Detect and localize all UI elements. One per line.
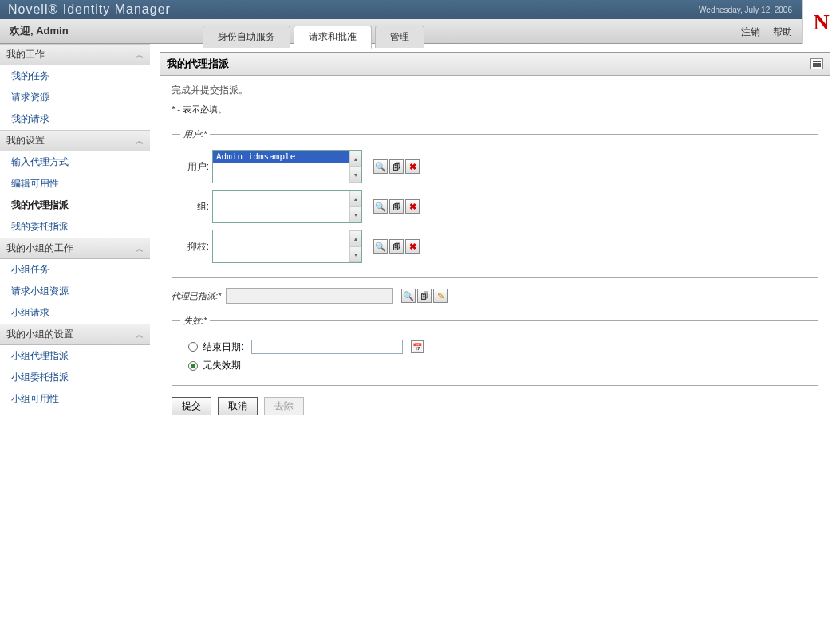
main-tabs: 身份自助服务 请求和批准 管理	[203, 25, 428, 48]
end-date-label: 结束日期:	[203, 340, 243, 354]
main-panel: 我的代理指派 完成并提交指派。 * - 表示必填。 用户:* 用户: Admin…	[160, 52, 830, 427]
sidebar-section-label: 我的小组的工作	[6, 242, 73, 255]
novell-logo: N	[802, 0, 840, 44]
panel-intro: 完成并提交指派。	[172, 84, 818, 97]
nav-request-resource[interactable]: 请求资源	[0, 87, 150, 108]
container-label: 抑枝:	[180, 240, 212, 254]
nav-request-team-resource[interactable]: 请求小组资源	[0, 281, 150, 302]
search-icon[interactable]: 🔍	[373, 159, 388, 174]
nav-my-tasks[interactable]: 我的任务	[0, 65, 150, 87]
sidebar-section-label: 我的工作	[6, 48, 45, 61]
no-expiry-radio[interactable]	[188, 361, 198, 371]
top-right-links: 注销 帮助	[741, 26, 792, 39]
app-title: Novell® Identity Manager	[8, 2, 171, 17]
sidebar-section-my-work[interactable]: 我的工作 ︽	[0, 44, 150, 65]
sidebar-section-label: 我的小组的设置	[6, 328, 73, 341]
scroll-up-icon[interactable]: ▴	[349, 151, 361, 167]
history-icon[interactable]: 🗐	[389, 159, 404, 174]
collapse-icon[interactable]: ︽	[136, 243, 144, 254]
collapse-icon[interactable]: ︽	[136, 49, 144, 61]
end-date-input[interactable]	[251, 340, 403, 354]
sidebar: 我的工作 ︽ 我的任务 请求资源 我的请求 我的设置 ︽ 输入代理方式 编辑可用…	[0, 44, 150, 435]
calendar-icon[interactable]: 📅	[411, 340, 424, 353]
nav-team-availability[interactable]: 小组可用性	[0, 388, 150, 410]
search-icon[interactable]: 🔍	[401, 289, 416, 303]
nav-enter-proxy-mode[interactable]: 输入代理方式	[0, 151, 150, 173]
expiry-fieldset: 失效:* 结束日期: 📅 无失效期	[172, 315, 818, 386]
search-icon[interactable]: 🔍	[373, 199, 388, 214]
sidebar-section-team-work[interactable]: 我的小组的工作 ︽	[0, 238, 150, 259]
panel-header: 我的代理指派	[160, 53, 830, 76]
welcome-bar: 欢迎, Admin 身份自助服务 请求和批准 管理 注销 帮助	[0, 19, 840, 44]
nav-team-tasks[interactable]: 小组任务	[0, 259, 150, 281]
end-date-radio[interactable]	[188, 342, 198, 352]
date-text: Wednesday, July 12, 2006	[699, 6, 792, 14]
search-icon[interactable]: 🔍	[373, 239, 388, 254]
nav-my-proxy-assignments[interactable]: 我的代理指派	[0, 195, 150, 216]
collapse-icon[interactable]: ︽	[136, 136, 144, 147]
history-icon[interactable]: 🗐	[417, 289, 432, 303]
nav-team-requests[interactable]: 小组请求	[0, 302, 150, 324]
scroll-down-icon[interactable]: ▾	[349, 246, 361, 262]
sidebar-section-team-settings[interactable]: 我的小组的设置 ︽	[0, 324, 150, 345]
nav-my-requests[interactable]: 我的请求	[0, 108, 150, 130]
help-link[interactable]: 帮助	[773, 26, 792, 39]
user-fieldset: 用户:* 用户: Admin idmsample ▴ ▾	[172, 128, 818, 278]
user-label: 用户:	[180, 160, 212, 174]
user-listbox[interactable]: Admin idmsample ▴ ▾	[212, 150, 362, 183]
panel-title: 我的代理指派	[167, 57, 229, 71]
user-fieldset-legend: 用户:*	[180, 128, 210, 140]
expiry-legend: 失效:*	[180, 315, 210, 327]
cancel-button[interactable]: 取消	[218, 397, 258, 415]
tab-identity-self-service[interactable]: 身份自助服务	[203, 26, 290, 48]
top-bar: Novell® Identity Manager Wednesday, July…	[0, 0, 840, 19]
edit-icon[interactable]: ✎	[433, 289, 448, 303]
no-expiry-label: 无失效期	[203, 359, 241, 372]
collapse-icon[interactable]: ︽	[136, 329, 144, 340]
assigned-input[interactable]	[226, 288, 393, 304]
sidebar-section-my-settings[interactable]: 我的设置 ︽	[0, 130, 150, 151]
remove-button[interactable]: 去除	[264, 397, 304, 415]
scroll-down-icon[interactable]: ▾	[349, 167, 361, 183]
delete-icon[interactable]: ✖	[405, 159, 420, 174]
delete-icon[interactable]: ✖	[405, 199, 420, 214]
nav-team-delegate-assignments[interactable]: 小组委托指派	[0, 367, 150, 388]
container-listbox[interactable]: ▴ ▾	[212, 230, 362, 263]
scroll-down-icon[interactable]: ▾	[349, 206, 361, 222]
delete-icon[interactable]: ✖	[405, 239, 420, 254]
scroll-up-icon[interactable]: ▴	[349, 230, 361, 246]
options-icon[interactable]	[810, 58, 823, 69]
tab-admin[interactable]: 管理	[375, 26, 424, 48]
history-icon[interactable]: 🗐	[389, 239, 404, 254]
sidebar-section-label: 我的设置	[6, 134, 45, 147]
nav-my-delegate-assignments[interactable]: 我的委托指派	[0, 216, 150, 238]
nav-team-proxy-assignments[interactable]: 小组代理指派	[0, 345, 150, 367]
group-listbox[interactable]: ▴ ▾	[212, 190, 362, 223]
content-area: 我的代理指派 完成并提交指派。 * - 表示必填。 用户:* 用户: Admin…	[150, 44, 840, 435]
logout-link[interactable]: 注销	[741, 26, 760, 39]
history-icon[interactable]: 🗐	[389, 199, 404, 214]
welcome-text: 欢迎, Admin	[0, 24, 69, 38]
required-note: * - 表示必填。	[172, 104, 818, 116]
nav-edit-availability[interactable]: 编辑可用性	[0, 173, 150, 195]
submit-button[interactable]: 提交	[172, 397, 211, 415]
tab-requests-approvals[interactable]: 请求和批准	[294, 26, 372, 49]
user-selected-item[interactable]: Admin idmsample	[213, 151, 349, 163]
assigned-label: 代理已指派:*	[172, 290, 221, 302]
scroll-up-icon[interactable]: ▴	[349, 191, 361, 206]
group-label: 组:	[180, 200, 212, 214]
